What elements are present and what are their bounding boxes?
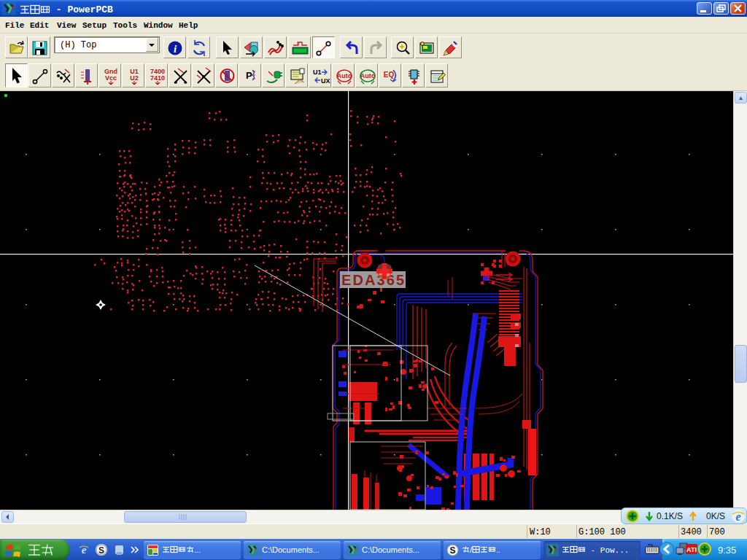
svg-text:U2: U2 (130, 74, 139, 82)
svg-text:S: S (449, 545, 455, 556)
svg-text:Auto: Auto (360, 72, 376, 79)
svg-text:7410: 7410 (150, 74, 165, 82)
svg-text:P: P (246, 70, 252, 81)
svg-text:UX: UX (321, 77, 330, 85)
svg-text:S: S (98, 545, 104, 556)
svg-text:Auto: Auto (337, 72, 352, 79)
svg-text:U1: U1 (313, 69, 322, 76)
svg-text:ATI: ATI (686, 546, 697, 553)
svg-text:EQ: EQ (384, 71, 395, 79)
svg-text:Vcc: Vcc (105, 74, 117, 82)
